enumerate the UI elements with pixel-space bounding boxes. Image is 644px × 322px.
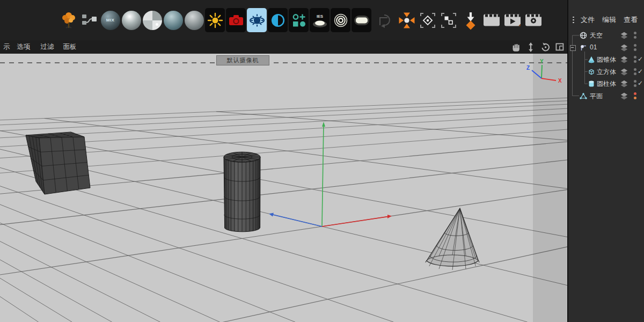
visibility-dots[interactable] — [633, 31, 638, 40]
ies-light-icon[interactable]: IES — [309, 8, 330, 33]
object-item-label[interactable]: 01 — [590, 43, 597, 51]
plane-object-icon[interactable] — [580, 92, 587, 100]
toggle-view-icon[interactable] — [554, 42, 565, 53]
material-silver-sphere-icon[interactable] — [121, 8, 142, 33]
object-item-2[interactable]: 01 — [568, 42, 644, 54]
material-gray-sphere-preview — [185, 11, 204, 30]
target-light-icon[interactable] — [330, 8, 351, 33]
material-blue-sphere-preview — [164, 11, 183, 30]
object-manager-menubar: 文件 编辑 查看 — [568, 13, 644, 27]
object-item-label[interactable]: 平面 — [590, 92, 603, 101]
render-to-picture-viewer-icon[interactable] — [460, 8, 481, 33]
visibility-dots[interactable] — [633, 43, 638, 52]
menu-file[interactable]: 文件 — [581, 15, 595, 25]
material-silver-sphere-preview — [122, 11, 141, 30]
svg-text:Z: Z — [526, 65, 530, 71]
cylinder-object[interactable] — [224, 152, 260, 232]
sky-object-icon[interactable] — [580, 32, 587, 39]
menu-view[interactable]: 查看 — [624, 15, 638, 25]
cone-object-icon[interactable] — [588, 56, 595, 63]
visibility-dots[interactable] — [633, 55, 638, 64]
link-objects-icon[interactable] — [438, 8, 459, 33]
contrast-icon[interactable] — [267, 8, 288, 33]
enabled-checkmark[interactable]: ✓ — [638, 55, 643, 63]
object-item-6[interactable]: 平面 — [568, 90, 644, 102]
menu-filter[interactable]: 过滤 — [41, 42, 54, 52]
visibility-dots[interactable] — [633, 68, 638, 76]
undo-icon[interactable] — [375, 8, 396, 33]
converge-center-icon[interactable] — [396, 8, 417, 33]
material-mix-sphere-preview: MIX — [101, 11, 120, 30]
viewport-menubar: 示 选项 过滤 面板 — [0, 40, 567, 54]
light-icon[interactable] — [204, 8, 225, 33]
node-material-icon[interactable] — [79, 8, 100, 33]
dolly-zoom-icon[interactable] — [525, 42, 536, 53]
viewport-nav-controls — [511, 40, 565, 54]
svg-text:X: X — [558, 78, 562, 84]
material-blue-sphere-icon[interactable] — [163, 8, 184, 33]
material-gray-sphere-icon[interactable] — [184, 8, 204, 33]
render-settings-icon[interactable] — [523, 8, 544, 33]
material-checker-sphere-icon[interactable] — [142, 8, 163, 33]
application-window: MIXIES 示 选项 过滤 面板 — [0, 0, 644, 322]
object-item-5[interactable]: 圆柱体✓ — [568, 78, 644, 90]
enabled-checkmark[interactable]: ✓ — [638, 79, 643, 87]
viewport[interactable]: Y Z X 默认摄像机 — [0, 54, 567, 322]
object-item-label[interactable]: 立方体 — [597, 68, 616, 77]
focus-frame-icon[interactable] — [417, 8, 438, 33]
material-plant-icon[interactable] — [58, 8, 79, 33]
sky-sun-light-icon[interactable] — [246, 8, 267, 33]
object-item-label[interactable]: 天空 — [590, 31, 603, 40]
pan-hand-icon[interactable] — [511, 42, 522, 53]
ies-label: IES — [316, 14, 323, 19]
layer-stack-icon[interactable] — [620, 56, 628, 63]
object-manager-panel: 文件 编辑 查看 天空01圆锥体✓立方体✓圆柱体✓平面 — [567, 0, 644, 322]
scene-canvas[interactable]: Y Z X — [0, 54, 567, 322]
layer-stack-icon[interactable] — [620, 80, 628, 87]
render-view-icon[interactable] — [481, 8, 502, 33]
object-item-label[interactable]: 圆锥体 — [597, 55, 616, 64]
material-mix-sphere-icon[interactable]: MIX — [100, 8, 121, 33]
menu-display[interactable]: 示 — [3, 42, 10, 52]
object-item-4[interactable]: 立方体✓ — [568, 66, 644, 78]
visibility-dots[interactable] — [633, 79, 638, 88]
layer-stack-icon[interactable] — [620, 32, 628, 39]
object-item-1[interactable]: 天空 — [568, 30, 644, 41]
physical-camera-icon[interactable] — [225, 8, 246, 33]
svg-text:Y: Y — [540, 58, 544, 64]
layer-stack-icon[interactable] — [620, 68, 628, 76]
cube-object-icon[interactable] — [588, 68, 595, 76]
material-checker-sphere-preview — [143, 11, 162, 30]
menu-panel[interactable]: 面板 — [63, 42, 77, 52]
layer-stack-icon[interactable] — [620, 44, 628, 52]
mix-label: MIX — [106, 18, 115, 23]
enabled-checkmark[interactable]: ✓ — [638, 68, 643, 75]
menu-edit[interactable]: 编辑 — [602, 15, 616, 25]
cylinder-object-icon[interactable] — [588, 80, 595, 87]
render-queue-icon[interactable] — [502, 8, 523, 33]
menu-options[interactable]: 选项 — [17, 42, 31, 52]
camera-name-tooltip: 默认摄像机 — [216, 55, 269, 65]
null-object-icon[interactable] — [580, 44, 587, 52]
rotate-view-icon[interactable] — [540, 42, 551, 53]
visibility-dots[interactable] — [633, 92, 638, 100]
object-item-label[interactable]: 圆柱体 — [597, 79, 616, 89]
main-toolbar: MIXIES — [0, 0, 567, 41]
hamburger-menu-icon[interactable] — [573, 17, 574, 23]
render-safe-band — [533, 54, 567, 322]
layer-stack-icon[interactable] — [620, 92, 628, 100]
expand-collapse-toggle[interactable] — [570, 45, 576, 51]
primitive-shapes-icon[interactable] — [288, 8, 309, 33]
object-item-3[interactable]: 圆锥体✓ — [568, 54, 644, 65]
area-light-icon[interactable] — [351, 8, 372, 33]
